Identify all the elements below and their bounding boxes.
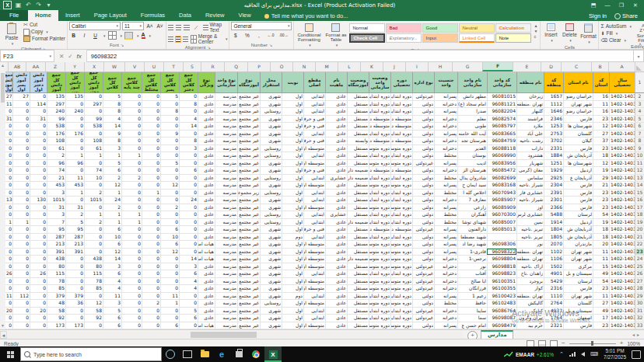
cell-Q28[interactable]: غیر مجتمع xyxy=(237,285,260,292)
cell-E21[interactable]: تبریز .ناحیه xyxy=(516,234,544,241)
column-header-Q[interactable]: نوع آموزشگاه xyxy=(237,72,260,92)
cell-Y29[interactable]: 0 xyxy=(84,293,103,300)
cell-S26[interactable]: عادی xyxy=(198,270,215,277)
cell-R30[interactable]: مدرسه xyxy=(215,300,237,307)
cell-D27[interactable]: 5429 xyxy=(544,278,563,285)
cell-AA19[interactable]: 7 xyxy=(47,219,65,226)
cell-AD31[interactable]: 20 xyxy=(5,308,12,315)
cell-B32[interactable]: 17 xyxy=(593,315,609,322)
cell-I23[interactable]: دولتی xyxy=(412,249,434,256)
gallery-down-icon[interactable]: ▼ xyxy=(534,29,537,33)
cell-E31[interactable]: کنارک xyxy=(516,308,544,315)
cell-P30[interactable]: روستایی xyxy=(260,300,282,307)
cell-E10[interactable]: هشترود xyxy=(516,152,544,159)
paste-button[interactable]: Paste▾ xyxy=(2,22,22,46)
cell-L11[interactable]: مستقل xyxy=(347,160,369,167)
cell-Y2[interactable]: 0 xyxy=(84,93,103,100)
cell-B20[interactable]: 18 xyxy=(593,226,609,233)
cell-Y21[interactable]: 0 xyxy=(84,234,103,241)
cell-X14[interactable]: 12 xyxy=(103,182,121,189)
cancel-entry-icon[interactable]: ✕ xyxy=(59,53,64,60)
cell-N32[interactable]: ابتدایی xyxy=(303,315,325,322)
hscroll-left-icon[interactable]: ◄ xyxy=(0,331,7,339)
cell-M4[interactable]: عادی xyxy=(325,108,347,115)
cell-AB14[interactable]: 0 xyxy=(30,182,47,189)
cell-G5[interactable]: معلم xyxy=(457,116,487,123)
cell-G17[interactable]: زارعی xyxy=(457,204,487,211)
cell-V20[interactable]: 0 xyxy=(142,226,160,233)
cell-D10[interactable]: 1884 xyxy=(544,152,563,159)
cell-N13[interactable]: ابتدایی xyxy=(303,175,325,182)
zoom-level-label[interactable]: 100% xyxy=(627,341,640,346)
taskbar-chrome-button[interactable] xyxy=(247,346,264,362)
column-header-I[interactable]: نوع اداره xyxy=(412,72,434,92)
cell-J23[interactable]: دوره متوسطه xyxy=(390,249,412,256)
cell-P14[interactable]: شهری xyxy=(260,182,282,189)
cell-S31[interactable]: عادی xyxy=(198,308,215,315)
cell-AB18[interactable]: 0 xyxy=(30,211,47,218)
cell-K7[interactable]: دوره ابتدایی فعال xyxy=(369,131,390,137)
cell-C15[interactable]: فارس xyxy=(563,190,593,197)
cell-O4[interactable]: اول xyxy=(282,108,303,115)
cell-P13[interactable]: روستایی xyxy=(260,175,282,182)
cell-AB29[interactable]: 0 xyxy=(30,293,47,300)
cell-H15[interactable]: مختلط xyxy=(434,190,457,197)
cell-F21[interactable] xyxy=(487,234,516,241)
align-top-icon[interactable] xyxy=(168,25,173,30)
cell-H24[interactable]: دخترانه xyxy=(434,256,457,263)
cell-B23[interactable]: 11 xyxy=(593,249,609,256)
cell-V10[interactable]: 0 xyxy=(142,152,160,159)
cell-I8[interactable]: دولتی xyxy=(412,137,434,144)
cell-X6[interactable]: 14 xyxy=(103,123,121,130)
cell-C11[interactable]: شهرستان ها xyxy=(563,160,593,167)
cell-AA7[interactable]: 176 xyxy=(47,131,65,137)
cell-J17[interactable]: دوره متوسطه xyxy=(390,204,412,211)
cell-N6[interactable]: فنی و حرفه ای xyxy=(303,123,325,130)
cell-Q15[interactable]: زیر مجموعه xyxy=(237,190,260,197)
cell-U8[interactable]: 0 xyxy=(160,137,179,144)
delete-cells-button[interactable]: Delete▾ xyxy=(561,22,578,43)
cell-Q32[interactable]: غیر مجتمع xyxy=(237,315,260,322)
cell-L18[interactable]: مستقل xyxy=(347,211,369,218)
cell-P28[interactable]: شهری xyxy=(260,285,282,292)
taskbar-clock[interactable]: 5:01 PM 7/27/2025 xyxy=(604,348,626,360)
row-number-25[interactable]: 25 xyxy=(635,263,644,270)
cell-W14[interactable]: 0 xyxy=(121,182,142,189)
cell-Q20[interactable]: غیر مجتمع xyxy=(237,226,260,233)
cell-V22[interactable]: 0 xyxy=(142,241,160,248)
cell-M24[interactable]: عادی xyxy=(325,256,347,263)
cell-M2[interactable]: عادی xyxy=(325,93,347,100)
format-as-table-button[interactable]: Format as Table▾ xyxy=(324,22,348,47)
cell-O25[interactable]: اول xyxy=(282,263,303,270)
cell-B5[interactable]: 23 xyxy=(593,116,609,123)
cell-AB26[interactable]: 26 xyxy=(30,270,47,277)
cell-M9[interactable]: عادی xyxy=(325,145,347,152)
cell-A14[interactable]: 1402-1403 xyxy=(609,182,635,189)
cell-B11[interactable]: 12 xyxy=(593,160,609,167)
row-number-33[interactable]: 33 xyxy=(635,322,644,329)
cell-L3[interactable]: مستقل xyxy=(347,101,369,108)
cell-J29[interactable]: دوره ابتدایی xyxy=(390,293,412,300)
number-format-combo[interactable]: General▾ xyxy=(231,22,292,30)
conditional-formatting-button[interactable]: Conditional Formatting▾ xyxy=(296,22,322,47)
cell-G3[interactable]: امام سجاد (ع) xyxy=(457,101,487,108)
cell-S8[interactable]: عادی xyxy=(198,137,215,144)
cell-AA22[interactable]: 213 xyxy=(47,241,65,248)
cell-J9[interactable]: دوره متوسطه xyxy=(390,145,412,152)
cell-Y33[interactable]: 0 xyxy=(84,322,103,329)
cell-I20[interactable]: غیردولتی xyxy=(412,226,434,233)
cell-M23[interactable]: عادی xyxy=(325,249,347,256)
cell-P16[interactable]: شهری xyxy=(260,197,282,204)
cell-B24[interactable]: 11 xyxy=(593,256,609,263)
cell-A23[interactable]: 1402-1403 xyxy=(609,249,635,256)
cell-W32[interactable]: 0 xyxy=(121,315,142,322)
cell-U26[interactable]: 0 xyxy=(160,270,179,277)
cell-E30[interactable]: گالیکش xyxy=(516,300,544,307)
merge-center-button[interactable]: Merge & Center▾ xyxy=(191,33,228,44)
cell-G33[interactable]: امام حسن ع xyxy=(457,322,487,329)
cell-X3[interactable]: 8 xyxy=(103,101,121,108)
cell-N18[interactable]: ابتدایی xyxy=(303,211,325,218)
cell-M32[interactable]: عادی xyxy=(325,315,347,322)
cell-O20[interactable]: اول xyxy=(282,226,303,233)
cell-Z4[interactable]: 240 xyxy=(65,108,84,115)
